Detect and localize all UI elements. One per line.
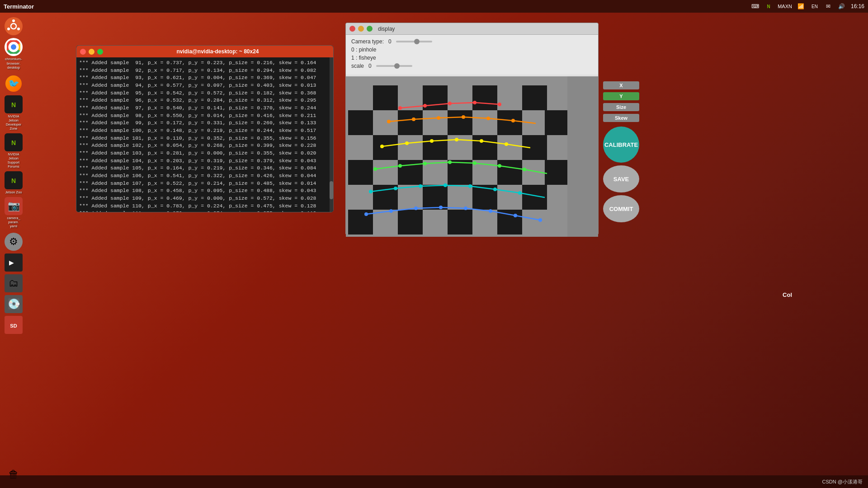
- svg-rect-22: [522, 85, 547, 110]
- svg-rect-30: [472, 135, 497, 160]
- svg-point-45: [398, 106, 402, 110]
- svg-point-52: [437, 116, 440, 120]
- sidebar-item-nvidia-support[interactable]: N NVIDIAJetsonSupportForums: [1, 133, 26, 169]
- terminal-line: *** Added sample 101, p_x = 0.110, p_y =…: [79, 135, 330, 142]
- scale-value: 0: [368, 63, 372, 69]
- svg-point-56: [380, 145, 384, 148]
- size-indicator: Size: [603, 103, 639, 111]
- svg-point-61: [505, 142, 508, 146]
- terminal-minimize-btn[interactable]: [89, 49, 94, 55]
- terminal-scrollbar-thumb: [330, 181, 333, 199]
- svg-point-55: [511, 119, 515, 122]
- svg-point-50: [387, 120, 391, 123]
- svg-rect-43: [448, 210, 472, 235]
- svg-point-47: [448, 102, 452, 105]
- save-button[interactable]: SAVE: [603, 165, 639, 192]
- svg-point-78: [414, 206, 418, 210]
- sidebar-item-terminal[interactable]: ▶: [1, 253, 26, 272]
- disk-icon: 💽: [5, 295, 23, 313]
- sd-icon: SD: [5, 316, 23, 334]
- mail-icon: ✉: [824, 2, 833, 11]
- pinhole-row: 0 : pinhole: [351, 47, 593, 53]
- svg-point-62: [373, 167, 377, 171]
- sidebar-item-sd[interactable]: SD: [1, 316, 26, 334]
- col-indicator: Col: [783, 291, 792, 298]
- terminal-body[interactable]: *** Added sample 91, p_x = 0.737, p_y = …: [76, 57, 333, 212]
- terminal-line: *** Added sample 98, p_x = 0.550, p_y = …: [79, 112, 330, 120]
- fisheye-row: 1 : fisheye: [351, 55, 593, 61]
- sidebar-item-chromium[interactable]: chromium-browser.desktop: [1, 38, 26, 70]
- terminal-close-btn[interactable]: [80, 49, 86, 55]
- svg-rect-23: [348, 110, 373, 135]
- svg-point-49: [498, 103, 501, 106]
- terminal-line: *** Added sample 108, p_x = 0.458, p_y =…: [79, 187, 330, 195]
- terminal-line: *** Added sample 103, p_x = 0.281, p_y =…: [79, 150, 330, 157]
- sidebar: chromium-browser.desktop 🐦 N NVIDIAJetso…: [0, 13, 27, 488]
- svg-point-48: [473, 101, 476, 104]
- fisheye-label: 1 : fisheye: [351, 55, 376, 61]
- svg-point-53: [462, 115, 465, 119]
- terminal-line: *** Added sample 111, p_x = 0.870, p_y =…: [79, 210, 330, 212]
- terminal-maximize-btn[interactable]: [97, 49, 103, 55]
- commit-button[interactable]: COMMIT: [603, 195, 639, 222]
- terminal-line: *** Added sample 102, p_x = 0.054, p_y =…: [79, 142, 330, 150]
- skew-indicator: Skew: [603, 114, 639, 122]
- terminal-line: *** Added sample 100, p_x = 0.148, p_y =…: [79, 127, 330, 135]
- display-content: Camera type: 0 0 : pinhole 1 : fisheye s…: [346, 35, 598, 75]
- svg-point-79: [439, 206, 443, 209]
- svg-rect-38: [423, 185, 448, 210]
- nvidia-icon: N: [764, 2, 773, 11]
- bottom-text: CSDN @小漾港哥: [822, 479, 863, 485]
- sidebar-item-camera[interactable]: 📷 camera_param.yaml: [1, 197, 26, 228]
- svg-point-75: [518, 191, 522, 195]
- sidebar-item-ubuntu[interactable]: [1, 17, 26, 35]
- sidebar-item-files[interactable]: 🗂: [1, 274, 26, 292]
- nvidia-dev-icon: N: [5, 95, 23, 113]
- nvidia-support-label: NVIDIAJetsonSupportForums: [8, 152, 19, 169]
- wifi-icon: 📶: [797, 2, 806, 11]
- svg-point-46: [423, 104, 427, 108]
- display-close-btn[interactable]: [349, 26, 355, 32]
- display-min-btn[interactable]: [358, 26, 364, 32]
- terminal-line: *** Added sample 105, p_x = 0.164, p_y =…: [79, 164, 330, 172]
- svg-rect-28: [373, 135, 398, 160]
- terminal-line: *** Added sample 96, p_x = 0.532, p_y = …: [79, 97, 330, 104]
- y-indicator: Y: [603, 92, 639, 100]
- calibrate-button[interactable]: CALIBRATE: [603, 127, 639, 163]
- terminal-icon: ▶: [5, 253, 23, 272]
- svg-point-66: [473, 161, 476, 165]
- svg-text:▶: ▶: [9, 258, 14, 267]
- sidebar-item-settings[interactable]: ⚙: [1, 233, 26, 251]
- jetson-zoo-label: Jetson Zoo: [5, 190, 22, 194]
- svg-rect-36: [545, 160, 567, 185]
- svg-point-80: [464, 206, 467, 210]
- svg-point-81: [489, 209, 492, 213]
- files-icon: 🗂: [5, 274, 23, 292]
- display-max-btn[interactable]: [367, 26, 373, 32]
- settings-icon: ⚙: [5, 233, 23, 251]
- terminal-line: *** Added sample 93, p_x = 0.621, p_y = …: [79, 74, 330, 82]
- sidebar-item-nvidia-dev[interactable]: N NVIDIAJetsonDeveloperZone: [1, 95, 26, 131]
- chromium-label: chromium-browser.desktop: [5, 57, 22, 70]
- camera-type-slider[interactable]: [396, 41, 432, 42]
- sidebar-item-disk[interactable]: 💽: [1, 295, 26, 313]
- chromium-icon: [5, 38, 23, 56]
- svg-point-70: [394, 187, 397, 190]
- svg-rect-26: [497, 110, 522, 135]
- svg-point-76: [364, 212, 368, 216]
- scale-slider[interactable]: [376, 65, 412, 67]
- svg-rect-35: [497, 160, 522, 185]
- sidebar-item-firefox[interactable]: 🐦: [1, 75, 26, 93]
- terminal-scrollbar[interactable]: [330, 57, 333, 212]
- terminal-title: nvidia@nvidia-desktop: ~ 80x24: [106, 48, 330, 55]
- taskbar-title: Terminator: [4, 3, 34, 10]
- display-title: display: [378, 26, 395, 32]
- camera-label: camera_param.yaml: [7, 216, 20, 228]
- svg-rect-19: [373, 85, 398, 110]
- terminal-line: *** Added sample 110, p_x = 0.783, p_y =…: [79, 202, 330, 210]
- svg-point-57: [405, 141, 409, 145]
- camera-type-value: 0: [388, 38, 392, 45]
- terminal-line: *** Added sample 107, p_x = 0.522, p_y =…: [79, 180, 330, 188]
- display-titlebar: display: [346, 23, 598, 35]
- sidebar-item-jetson-zoo[interactable]: N Jetson Zoo: [1, 171, 26, 194]
